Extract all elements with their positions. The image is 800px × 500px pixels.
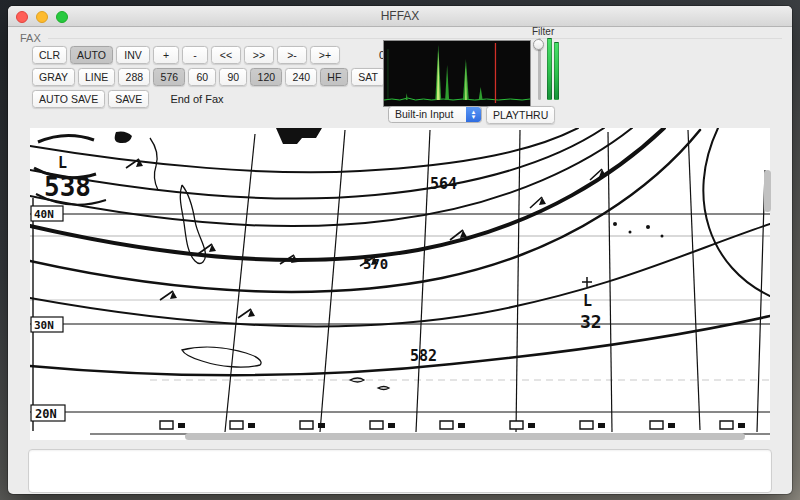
input-select[interactable]: Built-in Input ▲▼ (388, 106, 482, 123)
playthru-button[interactable]: PLAYTHRU (486, 106, 555, 124)
auto-save-button[interactable]: AUTO SAVE (32, 90, 105, 108)
contour-570-label: 570 (363, 256, 388, 272)
high-marker-label: L (58, 154, 67, 172)
fax-button-row-1: CLR AUTO INV + - << >> >- >+ 0 (32, 46, 385, 64)
plus-button[interactable]: + (153, 46, 179, 64)
lat-20-label: 20N (35, 407, 57, 421)
shift-right-button[interactable]: >+ (310, 46, 340, 64)
fax-group-label: FAX (20, 32, 41, 44)
level-meter-left (547, 38, 552, 100)
fax-button-row-3: AUTO SAVE SAVE End of Fax (32, 90, 224, 108)
filter-slider-thumb[interactable] (533, 39, 544, 50)
line-button[interactable]: LINE (78, 68, 115, 86)
spectrum-display (383, 40, 531, 107)
shift-left-button[interactable]: >- (277, 46, 307, 64)
speed-288-button[interactable]: 288 (118, 68, 150, 86)
rpm-60-button[interactable]: 60 (188, 68, 216, 86)
input-select-value: Built-in Input (395, 108, 453, 120)
hf-button[interactable]: HF (320, 68, 348, 86)
low-value-label: 32 (580, 311, 602, 332)
forward-button[interactable]: >> (244, 46, 274, 64)
auto-button[interactable]: AUTO (70, 46, 113, 64)
weather-fax-chart: 40N 30N 20N L 538 564 570 582 L 32 (30, 128, 770, 440)
titlebar[interactable]: HFFAX (8, 6, 792, 27)
contour-582-label: 582 (410, 347, 437, 365)
status-text: End of Fax (170, 93, 223, 105)
rpm-240-button[interactable]: 240 (285, 68, 317, 86)
contour-564-label: 564 (430, 175, 457, 193)
fax-image-view: 40N 30N 20N L 538 564 570 582 L 32 (30, 128, 770, 440)
fax-button-row-2: GRAY LINE 288 576 60 90 120 240 HF SAT (32, 68, 385, 86)
vertical-scrollbar-thumb[interactable] (764, 170, 771, 212)
rewind-button[interactable]: << (211, 46, 241, 64)
inv-button[interactable]: INV (116, 46, 150, 64)
window-title: HFFAX (8, 9, 792, 23)
rpm-120-button[interactable]: 120 (250, 68, 282, 86)
low-marker-label: L (583, 292, 592, 310)
dropdown-arrows-icon: ▲▼ (466, 107, 481, 122)
lat-30-label: 30N (34, 319, 54, 332)
spectrum-graph (384, 41, 530, 106)
minus-button[interactable]: - (182, 46, 208, 64)
level-meter-right (554, 42, 559, 100)
contour-538-label: 538 (44, 172, 91, 202)
speed-576-button[interactable]: 576 (153, 68, 185, 86)
log-text-field[interactable] (28, 449, 772, 493)
clr-button[interactable]: CLR (32, 46, 67, 64)
horizontal-scrollbar-thumb[interactable] (185, 433, 745, 440)
filter-label: Filter (532, 26, 554, 37)
lat-40-label: 40N (34, 208, 54, 221)
vertical-scrollbar[interactable] (764, 132, 772, 436)
gray-button[interactable]: GRAY (32, 68, 75, 86)
group-divider (48, 38, 782, 39)
rpm-90-button[interactable]: 90 (219, 68, 247, 86)
sat-button[interactable]: SAT (351, 68, 385, 86)
app-window: HFFAX FAX CLR AUTO INV + - << >> >- >+ 0… (8, 6, 792, 494)
save-button[interactable]: SAVE (108, 90, 149, 108)
